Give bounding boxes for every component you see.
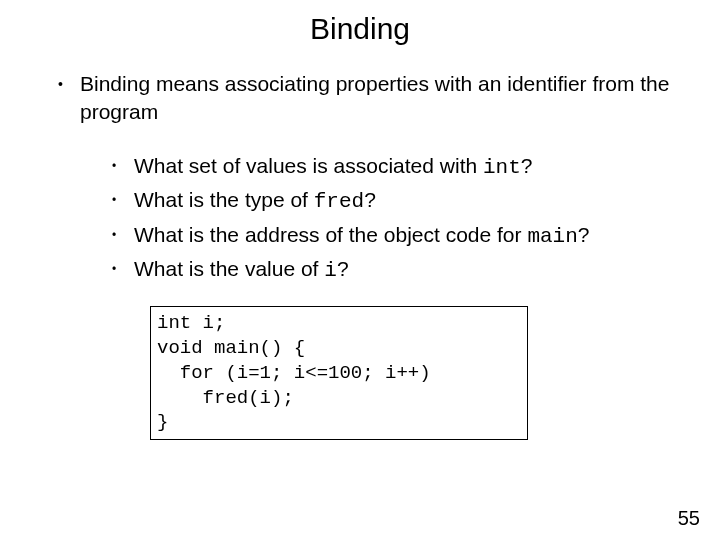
code-line-1: int i;: [157, 312, 225, 334]
sub4-after: ?: [337, 257, 349, 280]
sub-bullet-3: What is the address of the object code f…: [112, 220, 680, 252]
sub3-code: main: [527, 225, 577, 248]
code-line-5: }: [157, 411, 168, 433]
sub1-code: int: [483, 156, 521, 179]
sub-bullet-4: What is the value of i?: [112, 254, 680, 286]
code-line-2: void main() {: [157, 337, 305, 359]
sub3-after: ?: [578, 223, 590, 246]
sub-bullet-1: What set of values is associated with in…: [112, 151, 680, 183]
sub4-text: What is the value of: [134, 257, 324, 280]
slide-title: Binding: [40, 12, 680, 46]
sub1-text: What set of values is associated with: [134, 154, 483, 177]
main-bullet: Binding means associating properties wit…: [58, 70, 680, 440]
sub4-code: i: [324, 259, 337, 282]
inner-bullet-list: What set of values is associated with in…: [80, 151, 680, 287]
sub2-after: ?: [364, 188, 376, 211]
sub2-code: fred: [314, 190, 364, 213]
sub-bullet-2: What is the type of fred?: [112, 185, 680, 217]
sub3-text: What is the address of the object code f…: [134, 223, 527, 246]
code-line-3: for (i=1; i<=100; i++): [157, 362, 431, 384]
sub2-text: What is the type of: [134, 188, 314, 211]
outer-bullet-list: Binding means associating properties wit…: [40, 70, 680, 440]
code-example-box: int i; void main() { for (i=1; i<=100; i…: [150, 306, 528, 439]
main-bullet-text: Binding means associating properties wit…: [80, 72, 669, 123]
page-number: 55: [678, 507, 700, 530]
sub1-after: ?: [521, 154, 533, 177]
code-line-4: fred(i);: [157, 387, 294, 409]
